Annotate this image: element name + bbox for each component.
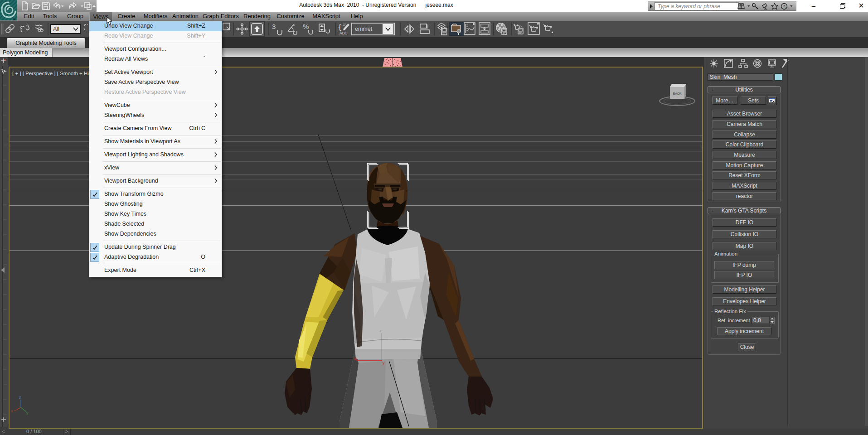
svg-text:{: { xyxy=(339,23,341,31)
svg-text:emmet: emmet xyxy=(355,26,373,32)
svg-text:All: All xyxy=(53,26,59,32)
svg-text:ABC: ABC xyxy=(339,31,347,35)
svg-text:x: x xyxy=(354,356,356,361)
svg-text:3: 3 xyxy=(272,23,276,30)
svg-text:z: z xyxy=(19,395,21,400)
svg-text:BACK: BACK xyxy=(673,92,681,95)
svg-text:z: z xyxy=(379,329,382,333)
svg-text:%: % xyxy=(303,23,309,30)
svg-text:x: x xyxy=(11,409,13,413)
svg-text:y: y xyxy=(383,361,385,365)
svg-text:y: y xyxy=(26,411,29,415)
svg-text:?: ? xyxy=(783,5,785,9)
